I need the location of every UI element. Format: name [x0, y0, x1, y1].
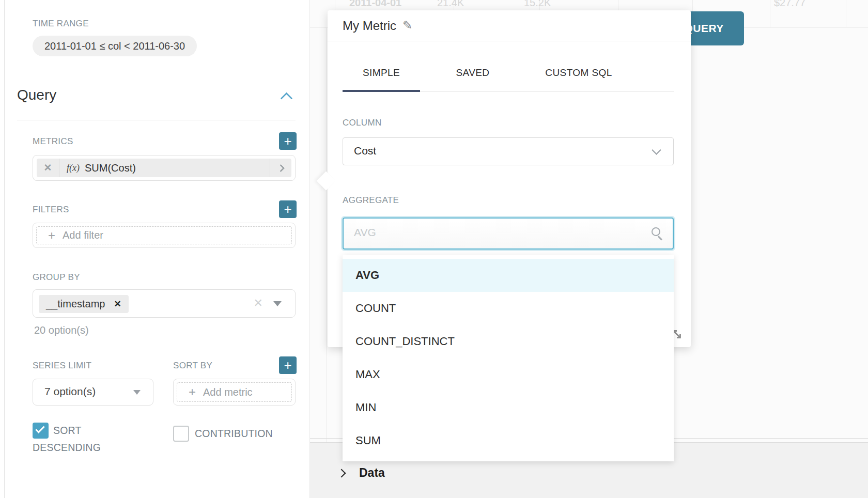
tab-simple[interactable]: SIMPLE [343, 60, 420, 90]
series-limit-select[interactable]: 7 option(s) [33, 379, 153, 406]
table-cell-value: 21.4K [437, 0, 464, 9]
metric-name: SUM(Cost) [85, 162, 270, 174]
table-cell-date: 2011-04-01 [349, 0, 401, 9]
edit-title-icon[interactable]: ✎ [402, 19, 412, 33]
add-metric-placeholder: Add metric [203, 386, 253, 398]
query-section-title: Query [17, 87, 56, 103]
group-by-label: GROUP BY [33, 272, 80, 283]
caret-down-icon [133, 390, 141, 395]
popover-header: My Metric ✎ [328, 10, 691, 41]
sort-descending-label-line2: DESCENDING [33, 442, 101, 454]
option-sum[interactable]: SUM [343, 424, 674, 457]
metric-title: My Metric [343, 19, 396, 33]
data-panel-title: Data [359, 466, 385, 480]
add-filter-placeholder: Add filter [63, 229, 103, 241]
group-by-select[interactable]: __timestamp ✕ ✕ [33, 289, 296, 318]
aggregate-placeholder: AVG [354, 226, 376, 239]
chevron-right-icon [277, 164, 285, 172]
group-by-tag[interactable]: __timestamp ✕ [39, 295, 129, 313]
active-tab-indicator [343, 90, 420, 92]
add-metric-button[interactable]: + [279, 132, 297, 150]
option-count[interactable]: COUNT [343, 292, 674, 325]
option-count-distinct[interactable]: COUNT_DISTINCT [343, 325, 674, 358]
edit-metric-button[interactable] [270, 159, 291, 177]
contribution-label: CONTRIBUTION [195, 428, 273, 440]
add-filter-dropzone[interactable]: + Add filter [36, 226, 292, 244]
table-cell-value: $27.77 [774, 0, 805, 9]
add-filter-button[interactable]: + [279, 200, 297, 218]
column-value: Cost [354, 145, 376, 157]
query-control-panel: TIME RANGE 2011-01-01 ≤ col < 2011-06-30… [0, 0, 310, 498]
explore-screen: 2011-04-01 00:00:00 21.4K 15.2K $27.77 R… [0, 0, 868, 498]
metric-pill[interactable]: ✕ f(x) SUM(Cost) [37, 159, 291, 177]
column-select[interactable]: Cost [343, 137, 674, 165]
clear-select-icon[interactable]: ✕ [254, 297, 263, 310]
column-label: COLUMN [343, 118, 381, 128]
remove-metric-icon[interactable]: ✕ [37, 159, 59, 177]
data-panel-header[interactable]: Data [338, 466, 385, 480]
filters-label: FILTERS [33, 205, 69, 215]
checkmark-icon [35, 424, 44, 433]
series-limit-value: 7 option(s) [44, 385, 96, 398]
table-gridline [770, 0, 770, 27]
tab-custom-sql[interactable]: CUSTOM SQL [525, 60, 632, 90]
metric-tabs: SIMPLE SAVED CUSTOM SQL [343, 60, 632, 90]
collapse-section-icon[interactable] [280, 92, 292, 104]
table-gridline [846, 0, 846, 27]
group-by-tag-value: __timestamp [46, 298, 105, 310]
window-edge [4, 0, 5, 498]
section-divider [17, 120, 296, 120]
metrics-container: ✕ f(x) SUM(Cost) [33, 155, 296, 181]
aggregate-search-input[interactable]: AVG [343, 217, 674, 250]
tab-saved[interactable]: SAVED [420, 60, 525, 90]
filters-container: + Add filter [33, 223, 296, 248]
metrics-label: METRICS [33, 136, 73, 147]
plus-icon: + [48, 229, 55, 242]
option-max[interactable]: MAX [343, 358, 674, 391]
option-min[interactable]: MIN [343, 391, 674, 424]
series-limit-label: SERIES LIMIT [33, 361, 91, 371]
aggregate-options-list: AVG COUNT COUNT_DISTINCT MAX MIN SUM [343, 255, 674, 461]
add-sort-metric-button[interactable]: + [279, 356, 297, 374]
add-sort-metric-dropzone[interactable]: + Add metric [177, 382, 292, 402]
chevron-down-icon [652, 145, 661, 154]
chevron-right-icon [337, 469, 346, 477]
time-range-label: TIME RANGE [33, 19, 89, 29]
remove-tag-icon[interactable]: ✕ [114, 299, 121, 309]
search-icon [652, 227, 660, 236]
sort-descending-checkbox[interactable] [33, 423, 49, 439]
plus-icon: + [189, 386, 196, 398]
sort-by-label: SORT BY [173, 361, 212, 371]
contribution-checkbox[interactable] [173, 426, 189, 442]
aggregate-label: AGGREGATE [343, 195, 399, 206]
time-range-filter[interactable]: 2011-01-01 ≤ col < 2011-06-30 [33, 36, 197, 56]
chart-area-border [326, 27, 327, 498]
sort-descending-label-line1: SORT [53, 425, 82, 437]
group-by-options-hint: 20 option(s) [34, 324, 89, 336]
caret-down-icon[interactable] [273, 301, 282, 306]
function-icon: f(x) [59, 163, 85, 174]
option-avg[interactable]: AVG [343, 259, 674, 292]
table-cell-value: 15.2K [524, 0, 551, 9]
sort-by-container: + Add metric [173, 379, 296, 406]
